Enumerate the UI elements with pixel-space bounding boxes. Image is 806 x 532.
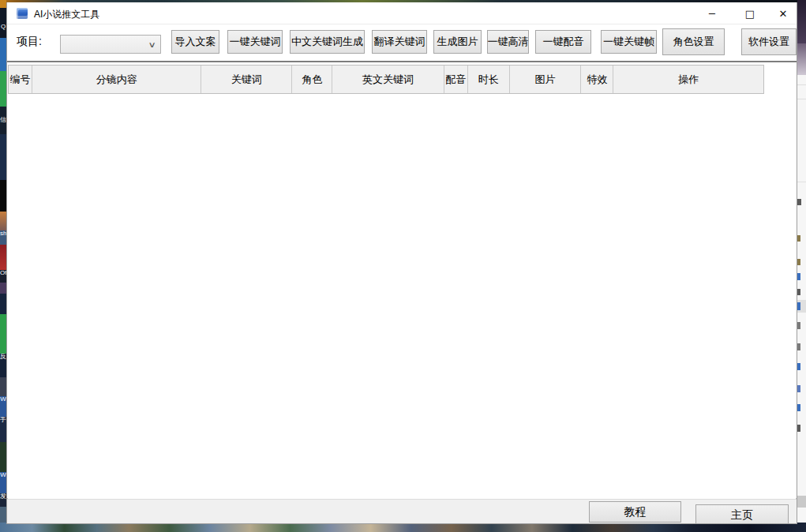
background-icon-fragment bbox=[797, 343, 800, 350]
translate-keywords-button[interactable]: 翻译关键词 bbox=[372, 30, 427, 54]
chinese-keyword-generation-button[interactable]: 中文关键词生成 bbox=[290, 30, 365, 54]
background-window-divider bbox=[797, 99, 806, 99]
fragment-text: sh bbox=[0, 230, 6, 237]
table-header-row: 编号 分镜内容 关键词 角色 英文关键词 配音 时长 图片 特效 操作 bbox=[8, 65, 764, 94]
fragment-text: Of bbox=[0, 270, 6, 276]
desktop-fragment bbox=[797, 43, 806, 75]
desktop-icon-fragment bbox=[0, 245, 6, 270]
background-icon-fragment bbox=[797, 273, 800, 280]
app-icon[interactable] bbox=[17, 8, 28, 19]
background-icon-fragment bbox=[797, 363, 800, 370]
desktop-fragment bbox=[0, 283, 6, 294]
desktop-fragment bbox=[0, 377, 6, 396]
background-icon-fragment bbox=[797, 404, 800, 411]
column-header-role[interactable]: 角色 bbox=[292, 66, 332, 93]
desktop-icon-fragment: W bbox=[0, 396, 6, 417]
background-scrollbar-fragment bbox=[797, 496, 806, 508]
desktop-fragment bbox=[797, 0, 806, 43]
column-header-image[interactable]: 图片 bbox=[510, 66, 582, 93]
desktop-fragment bbox=[0, 0, 6, 8]
one-key-hd-button[interactable]: 一键高清 bbox=[487, 30, 529, 54]
desktop-icon-fragment bbox=[0, 71, 6, 107]
desktop-edge-right bbox=[797, 0, 806, 532]
desktop-fragment bbox=[0, 442, 6, 472]
column-header-effects[interactable]: 特效 bbox=[581, 66, 613, 93]
desktop-fragment bbox=[0, 294, 6, 314]
desktop-icon-fragment: 信 bbox=[0, 117, 6, 134]
desktop-fragment bbox=[0, 134, 6, 180]
background-icon-fragment bbox=[797, 322, 800, 329]
maximize-icon: □ bbox=[745, 8, 755, 20]
fragment-text: Q bbox=[1, 24, 6, 30]
column-header-index[interactable]: 编号 bbox=[9, 66, 32, 93]
column-header-actions[interactable]: 操作 bbox=[613, 66, 763, 93]
project-select[interactable]: ∨ bbox=[60, 35, 161, 54]
column-header-storyboard-content[interactable]: 分镜内容 bbox=[32, 66, 202, 93]
desktop-icon-fragment: Of bbox=[0, 270, 6, 283]
background-icon-fragment bbox=[797, 259, 800, 265]
maximize-button[interactable]: □ bbox=[737, 2, 763, 24]
desktop-edge-left: Q 信 sh Of 反 W 手 W 发 bbox=[0, 0, 6, 532]
one-key-keyframe-button[interactable]: 一键关键帧 bbox=[601, 30, 657, 54]
desktop-icon-fragment: Q bbox=[0, 24, 6, 38]
background-icon-fragment bbox=[797, 302, 800, 310]
fragment-text: 反 bbox=[0, 354, 6, 360]
home-button[interactable]: 主页 bbox=[695, 504, 789, 524]
column-header-keywords[interactable]: 关键词 bbox=[201, 66, 292, 93]
import-copy-button[interactable]: 导入文案 bbox=[171, 30, 219, 54]
desktop-icon-fragment: 发 bbox=[0, 493, 6, 507]
chevron-down-icon: ∨ bbox=[148, 40, 156, 49]
fragment-text: 手 bbox=[0, 417, 6, 423]
table-body-empty bbox=[8, 94, 796, 499]
background-icon-fragment bbox=[797, 199, 801, 205]
desktop-icon-fragment: 手 bbox=[0, 417, 6, 442]
one-key-keywords-button[interactable]: 一键关键词 bbox=[227, 30, 283, 54]
close-icon: ✕ bbox=[779, 8, 788, 20]
storyboard-table: 编号 分镜内容 关键词 角色 英文关键词 配音 时长 图片 特效 操作 bbox=[7, 61, 797, 499]
fragment-text: 信 bbox=[0, 117, 6, 123]
desktop-fragment bbox=[0, 38, 6, 71]
desktop-icon-fragment: W bbox=[0, 472, 6, 493]
desktop-fragment bbox=[0, 212, 6, 230]
column-header-english-keywords[interactable]: 英文关键词 bbox=[332, 66, 444, 93]
background-icon-fragment bbox=[797, 235, 800, 242]
fragment-text: 发 bbox=[0, 493, 6, 500]
desktop-fragment bbox=[0, 8, 6, 24]
minimize-icon: ─ bbox=[709, 8, 715, 20]
fragment-text: W bbox=[0, 396, 6, 403]
project-label: 项目: bbox=[17, 35, 42, 49]
desktop-fragment bbox=[0, 180, 6, 212]
fragment-text: W bbox=[0, 472, 6, 478]
role-settings-button[interactable]: 角色设置 bbox=[662, 28, 725, 55]
background-icon-fragment bbox=[797, 385, 800, 392]
desktop-icon-fragment: sh bbox=[0, 230, 6, 245]
window-title: AI小说推文工具 bbox=[34, 8, 99, 21]
minimize-button[interactable]: ─ bbox=[699, 2, 725, 24]
column-header-dubbing[interactable]: 配音 bbox=[444, 66, 468, 93]
software-settings-button[interactable]: 软件设置 bbox=[741, 28, 797, 55]
desktop-icon-fragment bbox=[0, 314, 6, 354]
desktop-icon-fragment: 反 bbox=[0, 354, 6, 377]
background-window-divider bbox=[797, 84, 806, 85]
column-header-duration[interactable]: 时长 bbox=[468, 66, 510, 93]
desktop-fragment bbox=[0, 107, 6, 117]
generate-image-button[interactable]: 生成图片 bbox=[433, 30, 482, 54]
background-window-divider bbox=[797, 182, 806, 182]
tutorial-button[interactable]: 教程 bbox=[589, 501, 681, 523]
background-icon-fragment bbox=[797, 425, 800, 432]
app-window: AI小说推文工具 ─ □ ✕ 项目: ∨ 导入文案 一键关键词 中文关键词生成 … bbox=[6, 2, 797, 524]
title-bar[interactable]: AI小说推文工具 ─ □ ✕ bbox=[7, 2, 797, 24]
one-key-dubbing-button[interactable]: 一键配音 bbox=[535, 30, 591, 54]
close-button[interactable]: ✕ bbox=[770, 2, 797, 24]
background-icon-fragment bbox=[797, 289, 800, 295]
